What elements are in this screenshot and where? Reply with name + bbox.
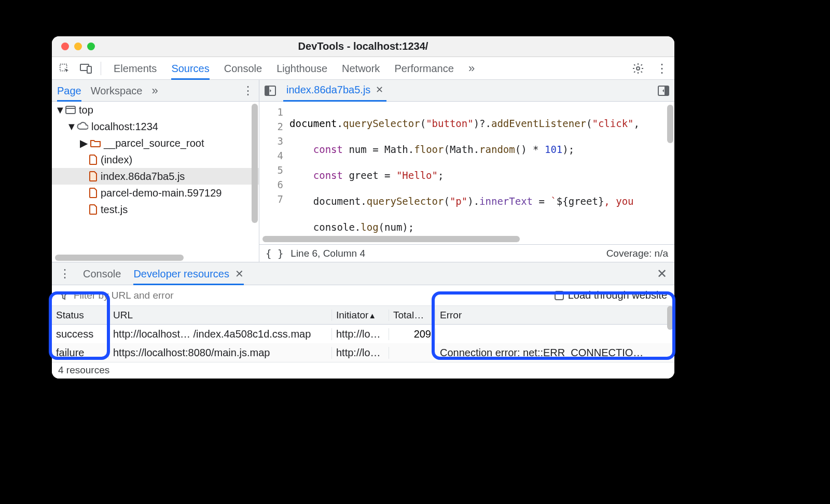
code-editor[interactable]: 1234567 document.querySelector("button")… (259, 102, 674, 236)
toggle-right-pane-icon[interactable] (657, 84, 670, 97)
table-row[interactable]: failure https://localhost:8080/main.js.m… (52, 343, 674, 362)
tree-hscrollbar[interactable] (55, 255, 250, 262)
svg-rect-2 (87, 66, 91, 73)
main-tabstrip: Elements Sources Console Lighthouse Netw… (52, 57, 674, 80)
inspect-element-icon[interactable] (57, 61, 72, 76)
toggle-left-pane-icon[interactable] (264, 84, 277, 97)
file-icon (89, 204, 98, 215)
cell-initiator: http://lo… (332, 347, 389, 359)
editor-file-tab[interactable]: index.86da7ba5.js ✕ (283, 80, 386, 102)
file-label: index.86da7ba5.js (101, 171, 185, 183)
tree-origin[interactable]: ▼ localhost:1234 (52, 118, 259, 135)
navigator-subtabs: Page Workspace » ⋮ (52, 80, 259, 102)
tree-top[interactable]: ▼ top (52, 102, 259, 118)
drawer-tab-close-icon[interactable]: ✕ (235, 268, 244, 279)
drawer-tab-console[interactable]: Console (83, 262, 121, 285)
cell-url: https://localhost:8080/main.js.map (109, 347, 332, 359)
tree-file-index[interactable]: (index) (52, 151, 259, 168)
sources-body: Page Workspace » ⋮ ▼ top ▼ localhost:123… (52, 80, 674, 262)
subtab-overflow[interactable]: » (151, 84, 158, 97)
col-total[interactable]: Total… (389, 310, 436, 321)
funnel-icon (59, 291, 68, 300)
drawer-tab-devresources[interactable]: Developer resources ✕ (133, 262, 244, 285)
col-url[interactable]: URL (109, 310, 332, 321)
checkbox-label: Load through website (568, 289, 667, 301)
svg-rect-4 (66, 106, 75, 114)
subtab-workspace[interactable]: Workspace (91, 80, 143, 102)
navigator-menu-icon[interactable]: ⋮ (242, 84, 254, 97)
code-panel: index.86da7ba5.js ✕ 1234567 document.que… (259, 80, 674, 262)
coverage-status: Coverage: n/a (606, 248, 668, 259)
svg-rect-9 (665, 86, 669, 95)
cell-status: failure (52, 347, 109, 359)
table-vscroll-thumb[interactable] (667, 306, 673, 330)
sort-asc-icon: ▲ (368, 311, 376, 320)
settings-gear-icon[interactable] (631, 61, 645, 76)
titlebar: DevTools - localhost:1234/ (52, 36, 674, 57)
table-row[interactable]: success http://localhost… /index.4a508c1… (52, 325, 674, 343)
tree-origin-label: localhost:1234 (91, 121, 158, 133)
tab-network[interactable]: Network (342, 57, 380, 80)
tab-lighthouse[interactable]: Lighthouse (276, 57, 327, 80)
filter-row: Load through website (52, 285, 674, 306)
code-content[interactable]: document.querySelector("button")?.addEve… (289, 102, 674, 236)
devtools-window: DevTools - localhost:1234/ Elements Sour… (52, 36, 674, 379)
cursor-position: Line 6, Column 4 (290, 248, 365, 259)
editor-hscrollbar[interactable] (259, 236, 674, 244)
tree-file-testjs[interactable]: test.js (52, 201, 259, 218)
tree-top-label: top (79, 104, 93, 116)
drawer-tabstrip: ⋮ Console Developer resources ✕ ✕ (52, 262, 674, 285)
file-icon (89, 155, 98, 165)
file-label: (index) (101, 154, 132, 166)
editor-statusbar: { } Line 6, Column 4 Coverage: n/a (259, 244, 674, 262)
window-title: DevTools - localhost:1234/ (52, 40, 674, 52)
folder-icon (90, 139, 101, 147)
file-tree[interactable]: ▼ top ▼ localhost:1234 ▶ __parcel_source… (52, 102, 259, 262)
drawer-menu-icon[interactable]: ⋮ (59, 267, 71, 281)
navigator-panel: Page Workspace » ⋮ ▼ top ▼ localhost:123… (52, 80, 259, 262)
col-status[interactable]: Status (52, 310, 109, 321)
editor-vscroll-thumb[interactable] (667, 105, 673, 143)
subtab-page[interactable]: Page (57, 80, 81, 102)
file-icon (89, 188, 98, 198)
drawer: ⋮ Console Developer resources ✕ ✕ Load t… (52, 262, 674, 379)
table-header[interactable]: Status URL Initiator▲ Total… Error (52, 306, 674, 325)
tree-vscrollbar[interactable] (252, 104, 258, 253)
file-icon (89, 171, 98, 181)
file-label: parcel-demo-main.597129 (101, 187, 222, 199)
main-tabs: Elements Sources Console Lighthouse Netw… (114, 57, 475, 80)
cell-total: 209 (389, 328, 436, 340)
tree-folder[interactable]: ▶ __parcel_source_root (52, 135, 259, 151)
resources-footer: 4 resources (52, 362, 674, 379)
window-icon (65, 106, 76, 114)
tab-performance[interactable]: Performance (394, 57, 454, 80)
drawer-close-icon[interactable]: ✕ (657, 267, 667, 281)
tabs-overflow-button[interactable]: » (468, 62, 475, 75)
filter-input[interactable] (74, 290, 549, 301)
load-through-website-checkbox[interactable]: Load through website (555, 289, 667, 301)
tree-folder-label: __parcel_source_root (104, 137, 204, 149)
device-toolbar-icon[interactable] (79, 61, 93, 76)
cell-status: success (52, 328, 109, 340)
tab-elements[interactable]: Elements (114, 57, 157, 80)
editor-tab-label: index.86da7ba5.js (286, 84, 370, 96)
file-label: test.js (101, 204, 128, 216)
cell-error: Connection error: net::ERR_CONNECTIO… (436, 347, 664, 359)
line-gutter: 1234567 (259, 102, 289, 236)
col-initiator[interactable]: Initiator▲ (332, 310, 389, 321)
tree-file-indexjs[interactable]: index.86da7ba5.js (52, 168, 259, 185)
col-error[interactable]: Error (436, 310, 664, 321)
editor-tabstrip: index.86da7ba5.js ✕ (259, 80, 674, 102)
cell-url: http://localhost… /index.4a508c1d.css.ma… (109, 328, 332, 340)
svg-rect-7 (265, 86, 269, 95)
drawer-tab-label: Developer resources (133, 268, 229, 279)
checkbox-box[interactable] (555, 291, 564, 300)
main-menu-icon[interactable]: ⋮ (655, 61, 669, 76)
tab-console[interactable]: Console (224, 57, 262, 80)
svg-point-3 (637, 67, 640, 70)
tree-file-parceldemo[interactable]: parcel-demo-main.597129 (52, 185, 259, 201)
tab-sources[interactable]: Sources (171, 57, 209, 80)
tab-separator (101, 62, 101, 75)
pretty-print-icon[interactable]: { } (266, 248, 283, 259)
editor-tab-close-icon[interactable]: ✕ (376, 84, 383, 95)
